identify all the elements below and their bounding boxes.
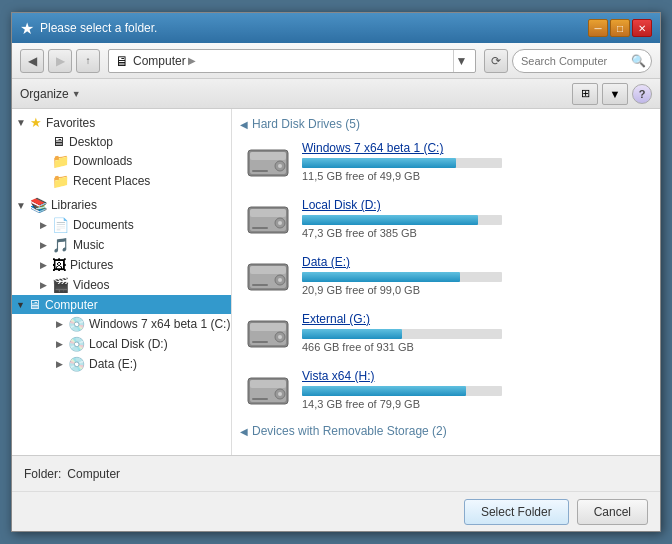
drive-bar-fill [302, 386, 466, 396]
organize-arrow-icon: ▼ [72, 89, 81, 99]
maximize-button[interactable]: □ [610, 19, 630, 37]
hard-disk-title: ◀ Hard Disk Drives (5) [240, 117, 652, 131]
datae-icon: 💿 [68, 356, 85, 372]
desktop-label: Desktop [69, 135, 113, 149]
cancel-button[interactable]: Cancel [577, 499, 648, 525]
view-button[interactable]: ⊞ [572, 83, 598, 105]
drive-info: Local Disk (D:) 47,3 GB free of 385 GB [302, 198, 648, 239]
svg-point-10 [278, 221, 282, 225]
refresh-button[interactable]: ⟳ [484, 49, 508, 73]
search-wrapper: 🔍 [512, 49, 652, 73]
title-icon: ★ [20, 19, 34, 38]
win7-icon: 💿 [68, 316, 85, 332]
drive-icon [244, 199, 292, 239]
drive-item[interactable]: Vista x64 (H:) 14,3 GB free of 79,9 GB [240, 367, 652, 412]
bottom-bar: Folder: Computer [12, 455, 660, 491]
minimize-button[interactable]: ─ [588, 19, 608, 37]
breadcrumb-bar[interactable]: 🖥 Computer ▶ ▼ [108, 49, 476, 73]
favorites-section[interactable]: ▼ ★ Favorites [12, 109, 231, 132]
computer-label: Computer [45, 298, 98, 312]
drive-item[interactable]: Local Disk (D:) 47,3 GB free of 385 GB [240, 196, 652, 241]
svg-rect-29 [252, 398, 268, 400]
drive-bar-fill [302, 272, 460, 282]
sidebar-item-documents[interactable]: ▶ 📄 Documents [12, 215, 231, 235]
drive-name: Local Disk (D:) [302, 198, 648, 212]
organize-label: Organize [20, 87, 69, 101]
libraries-icon: 📚 [30, 197, 47, 213]
downloads-label: Downloads [73, 154, 132, 168]
drive-name: Vista x64 (H:) [302, 369, 648, 383]
drive-info: Data (E:) 20,9 GB free of 99,0 GB [302, 255, 648, 296]
breadcrumb-dropdown[interactable]: ▼ [453, 50, 469, 72]
datae-expand-icon: ▶ [56, 359, 68, 369]
favorites-expand-icon: ▼ [16, 117, 26, 128]
close-button[interactable]: ✕ [632, 19, 652, 37]
drive-item[interactable]: Data (E:) 20,9 GB free of 99,0 GB [240, 253, 652, 298]
drive-item[interactable]: Windows 7 x64 beta 1 (C:) 11,5 GB free o… [240, 139, 652, 184]
svg-rect-5 [252, 170, 268, 172]
view-options-button[interactable]: ▼ [602, 83, 628, 105]
libraries-expand-icon: ▼ [16, 200, 26, 211]
forward-button[interactable]: ▶ [48, 49, 72, 73]
drive-info: External (G:) 466 GB free of 931 GB [302, 312, 648, 353]
music-icon: 🎵 [52, 237, 69, 253]
up-button[interactable]: ↑ [76, 49, 100, 73]
drive-info: Vista x64 (H:) 14,3 GB free of 79,9 GB [302, 369, 648, 410]
computer-icon: 🖥 [28, 297, 41, 312]
breadcrumb-label: Computer [133, 54, 186, 68]
desktop-icon: 🖥 [52, 134, 65, 149]
drive-size: 47,3 GB free of 385 GB [302, 227, 648, 239]
drive-size: 14,3 GB free of 79,9 GB [302, 398, 648, 410]
svg-rect-26 [250, 380, 286, 388]
main-content: ▼ ★ Favorites 🖥 Desktop 📁 Downloads 📁 Re… [12, 109, 660, 455]
drive-bar-fill [302, 215, 478, 225]
favorites-label: Favorites [46, 116, 95, 130]
drive-bar-bg [302, 158, 502, 168]
title-bar-buttons: ─ □ ✕ [588, 19, 652, 37]
recent-folder-icon: 📁 [52, 173, 69, 189]
sidebar-item-datae[interactable]: ▶ 💿 Data (E:) [12, 354, 231, 374]
svg-rect-20 [250, 323, 286, 331]
pictures-expand-icon: ▶ [40, 260, 52, 270]
drive-bar-fill [302, 329, 402, 339]
back-button[interactable]: ◀ [20, 49, 44, 73]
organize-bar: Organize ▼ ⊞ ▼ ? [12, 79, 660, 109]
svg-point-4 [278, 164, 282, 168]
sidebar-item-pictures[interactable]: ▶ 🖼 Pictures [12, 255, 231, 275]
sidebar-item-videos[interactable]: ▶ 🎬 Videos [12, 275, 231, 295]
devices-arrow-icon: ◀ [240, 426, 248, 437]
sidebar-item-music[interactable]: ▶ 🎵 Music [12, 235, 231, 255]
sidebar-item-win7[interactable]: ▶ 💿 Windows 7 x64 beta 1 (C:) [12, 314, 231, 334]
drive-bar-bg [302, 329, 502, 339]
title-text: Please select a folder. [40, 21, 157, 35]
select-folder-button[interactable]: Select Folder [464, 499, 569, 525]
devices-title-text: Devices with Removable Storage (2) [252, 424, 447, 438]
sidebar-item-downloads[interactable]: 📁 Downloads [12, 151, 231, 171]
hard-disk-arrow-icon: ◀ [240, 119, 248, 130]
documents-label: Documents [73, 218, 134, 232]
sidebar-item-desktop[interactable]: 🖥 Desktop [12, 132, 231, 151]
left-panel: ▼ ★ Favorites 🖥 Desktop 📁 Downloads 📁 Re… [12, 109, 232, 455]
drives-container: Windows 7 x64 beta 1 (C:) 11,5 GB free o… [240, 139, 652, 412]
breadcrumb-separator: ▶ [188, 55, 196, 66]
sidebar-item-locald[interactable]: ▶ 💿 Local Disk (D:) [12, 334, 231, 354]
libraries-section[interactable]: ▼ 📚 Libraries [12, 191, 231, 215]
computer-breadcrumb-icon: 🖥 [115, 53, 129, 69]
organize-button[interactable]: Organize ▼ [20, 87, 81, 101]
drive-bar-bg [302, 272, 502, 282]
svg-point-28 [278, 392, 282, 396]
pictures-label: Pictures [70, 258, 113, 272]
computer-expand-icon: ▼ [16, 300, 28, 310]
documents-icon: 📄 [52, 217, 69, 233]
drive-size: 11,5 GB free of 49,9 GB [302, 170, 648, 182]
libraries-label: Libraries [51, 198, 97, 212]
drive-name: Data (E:) [302, 255, 648, 269]
sidebar-item-recent[interactable]: 📁 Recent Places [12, 171, 231, 191]
favorites-icon: ★ [30, 115, 42, 130]
help-button[interactable]: ? [632, 84, 652, 104]
svg-rect-2 [250, 152, 286, 160]
sidebar-item-computer[interactable]: ▼ 🖥 Computer [12, 295, 231, 314]
locald-label: Local Disk (D:) [89, 337, 168, 351]
videos-expand-icon: ▶ [40, 280, 52, 290]
drive-item[interactable]: External (G:) 466 GB free of 931 GB [240, 310, 652, 355]
